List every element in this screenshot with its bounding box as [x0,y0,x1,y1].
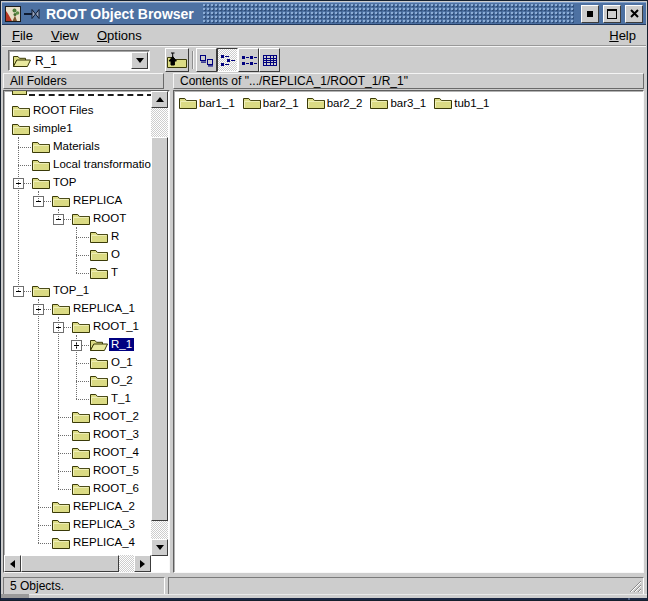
toolbar: R_1 [2,45,646,74]
tree-item-label[interactable]: ROOT_5 [91,464,141,477]
contents-panel[interactable] [173,90,644,573]
large-icons-button[interactable] [196,48,217,72]
resize-grip[interactable] [627,578,642,593]
close-button[interactable] [625,5,643,23]
tree-item-root[interactable]: ROOT [4,210,151,228]
content-item-bar3_1[interactable]: bar3_1 [370,96,426,109]
arrow-right-icon [140,560,145,568]
menubar: FileViewOptionsHelp [2,26,646,45]
tree-item-o[interactable]: O [4,246,151,264]
tree-item-replica_2[interactable]: REPLICA_2 [4,498,151,516]
up-one-level-button[interactable] [165,48,189,72]
menu-view[interactable]: View [42,27,88,44]
list-view-button[interactable] [238,48,259,72]
tree-item-label[interactable]: ROOT_4 [91,446,141,459]
tree-connector [76,363,89,364]
tree-item-root_6[interactable]: ROOT_6 [4,480,151,498]
tree-item-label[interactable]: ROOT [91,212,128,225]
folder-icon [370,96,388,109]
tree-item-label[interactable]: TOP [51,176,78,189]
tree-item-label[interactable]: REPLICA_3 [71,518,137,531]
tree-vertical-scrollbar[interactable] [151,91,168,556]
tree-item-label[interactable]: REPLICA_4 [71,536,137,549]
tree-item-top[interactable]: TOP [4,174,151,192]
folder-icon [32,158,50,171]
content-item-label[interactable]: bar2_1 [263,97,299,109]
content-item-label[interactable]: bar2_2 [327,97,363,109]
tree-item-label[interactable]: R [109,230,121,243]
tree-item-r_1[interactable]: R_1 [4,336,151,354]
tree-item-label[interactable]: REPLICA [71,194,124,207]
tree-item-o_2[interactable]: O_2 [4,372,151,390]
titlebar[interactable]: ROOT Object Browser [2,2,646,25]
tree-item-o_1[interactable]: O_1 [4,354,151,372]
tree-connector [18,165,31,166]
tree-item-replica[interactable]: REPLICA [4,192,151,210]
tree-item-materials[interactable]: Materials [4,138,151,156]
tree-item-label[interactable]: TOP_1 [51,284,91,297]
tree-item-label[interactable]: Local transformations [51,158,151,171]
scroll-up-button[interactable] [151,91,168,108]
content-item-bar2_2[interactable]: bar2_2 [307,96,363,109]
path-combo-dropdown-button[interactable] [131,52,148,69]
titlebar-texture[interactable] [203,4,574,23]
scroll-right-button[interactable] [134,555,151,572]
vertical-scroll-thumb[interactable] [151,137,168,521]
tree-item-root_3[interactable]: ROOT_3 [4,426,151,444]
menu-file[interactable]: File [3,27,42,44]
tree-item-label[interactable]: REPLICA_1 [71,302,137,315]
path-combo[interactable]: R_1 [8,50,150,71]
contents-item-list: bar1_1 bar2_1 bar2_2 bar3_1 tub1_1 [179,96,489,109]
tree-item-label[interactable]: O [109,248,122,261]
tree-item-t_1[interactable]: T_1 [4,390,151,408]
horizontal-scroll-thumb[interactable] [21,555,119,572]
small-icons-button[interactable] [217,48,238,72]
tree-item-r[interactable]: R [4,228,151,246]
tree-item-label[interactable]: T [109,266,120,279]
tree-item-local-transformations[interactable]: Local transformations [4,156,151,174]
tree-item-label[interactable]: R_1 [109,338,134,351]
tree-item-label[interactable]: O_2 [109,374,135,387]
tree-item-label[interactable]: T_1 [109,392,133,405]
scroll-left-button[interactable] [4,555,21,572]
folder-icon [90,266,108,279]
details-view-button[interactable] [259,48,280,72]
status-object-count: 5 Objects. [10,579,64,593]
tree-item-label[interactable]: Materials [51,140,102,153]
tree-item-label[interactable]: O_1 [109,356,135,369]
maximize-button[interactable] [603,5,621,23]
window-pin-icon[interactable] [24,8,40,20]
menu-help[interactable]: Help [600,27,645,44]
folder-icon [32,176,50,189]
folder-tree[interactable]: ROOT Files simple1 Materials Local trans… [4,91,151,555]
content-item-bar2_1[interactable]: bar2_1 [243,96,299,109]
clipped-tree-item[interactable] [12,91,27,95]
tree-item-root-files[interactable]: ROOT Files [4,102,151,120]
tree-item-root_2[interactable]: ROOT_2 [4,408,151,426]
tree-item-root_1[interactable]: ROOT_1 [4,318,151,336]
tree-item-root_5[interactable]: ROOT_5 [4,462,151,480]
tree-item-label[interactable]: REPLICA_2 [71,500,137,513]
tree-horizontal-scrollbar[interactable] [4,555,151,572]
tree-item-label[interactable]: simple1 [31,122,75,135]
tree-item-replica_3[interactable]: REPLICA_3 [4,516,151,534]
minimize-button[interactable] [581,5,599,23]
tree-item-root_4[interactable]: ROOT_4 [4,444,151,462]
scroll-down-button[interactable] [151,539,168,556]
content-item-bar1_1[interactable]: bar1_1 [179,96,235,109]
tree-item-label[interactable]: ROOT_3 [91,428,141,441]
tree-item-label[interactable]: ROOT_2 [91,410,141,423]
tree-item-simple1[interactable]: simple1 [4,120,151,138]
tree-item-replica_4[interactable]: REPLICA_4 [4,534,151,552]
content-item-label[interactable]: bar1_1 [199,97,235,109]
tree-item-label[interactable]: ROOT Files [31,104,96,117]
tree-item-t[interactable]: T [4,264,151,282]
tree-item-label[interactable]: ROOT_1 [91,320,141,333]
tree-item-replica_1[interactable]: REPLICA_1 [4,300,151,318]
content-item-tub1_1[interactable]: tub1_1 [434,96,489,109]
tree-item-top_1[interactable]: TOP_1 [4,282,151,300]
content-item-label[interactable]: tub1_1 [454,97,489,109]
menu-options[interactable]: Options [88,27,151,44]
tree-item-label[interactable]: ROOT_6 [91,482,141,495]
content-item-label[interactable]: bar3_1 [390,97,426,109]
